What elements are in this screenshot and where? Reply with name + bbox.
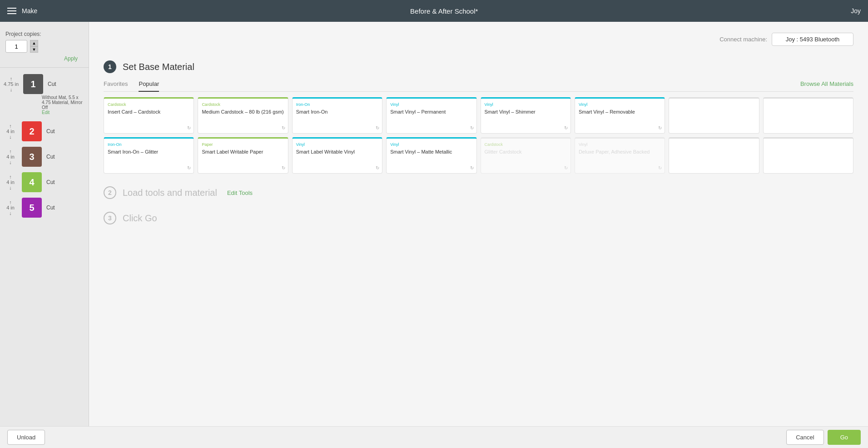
card-name-10: Smart Label Writable Paper [202,149,284,155]
mat-num-2: 2 [29,126,34,137]
mat-label-3: Cut [46,154,55,160]
unload-button[interactable]: Unload [7,430,45,445]
copies-input[interactable] [5,40,27,53]
material-card-2[interactable]: Cardstock Medium Cardstock – 80 lb (216 … [198,97,288,134]
refresh-icon-3: ↻ [376,125,379,130]
refresh-icon-10: ↻ [282,165,285,170]
mat-size-5: 4 in [6,205,15,210]
mat-num-4: 4 [29,177,34,188]
user-label: Joy [851,7,861,15]
card-category-5: Vinyl [485,102,567,107]
main-content: Connect machine: Joy : 5493 Bluetooth 1 … [89,22,868,426]
card-name-2: Medium Cardstock – 80 lb (216 gsm) [202,109,284,115]
material-grid-row1: Cardstock Insert Card – Cardstock ↻ Card… [104,97,853,134]
arrow-down-icon-1 [10,87,13,92]
material-card-7 [669,97,759,134]
card-category-3: Iron-On [296,102,378,107]
material-card-14[interactable]: Vinyl Deluxe Paper, Adhesive Backed ↻ [575,137,665,174]
go-button[interactable]: Go [828,430,861,445]
mat-num-3: 3 [29,152,34,162]
refresh-icon-5: ↻ [564,125,568,130]
mat-thumb-4: 4 [22,172,42,192]
mat-num-5: 5 [29,203,34,213]
mat-thumb-3: 3 [22,147,42,167]
apply-button[interactable]: Apply [11,55,78,62]
footer-right: Cancel Go [786,430,861,445]
material-card-1[interactable]: Cardstock Insert Card – Cardstock ↻ [104,97,194,134]
mat-dimensions-4: 4 in [4,174,17,190]
mat-label-5: Cut [46,204,55,211]
copies-decrement[interactable]: ▼ [30,46,38,53]
project-copies-section: Project copies: ▲ ▼ Apply [0,27,89,68]
step2-section: 2 Load tools and material Edit Tools [104,186,853,199]
mat-size-2: 4 in [6,129,15,134]
tab-popular[interactable]: Popular [139,80,159,92]
cancel-button[interactable]: Cancel [786,430,823,445]
card-name-11: Smart Label Writable Vinyl [296,149,378,155]
mat-desc-1: Without Mat, 5.5 x 4.75 Material, Mirror… [42,95,82,110]
card-category-12: Vinyl [390,142,472,147]
edit-tools-link[interactable]: Edit Tools [227,189,253,196]
mat-info-1: Cut [48,81,56,87]
connect-machine-label: Connect machine: [719,36,767,43]
card-category-11: Vinyl [296,142,378,147]
mat-item-2[interactable]: 4 in 2 Cut [0,119,89,144]
card-name-1: Insert Card – Cardstock [108,109,190,115]
tab-favorites[interactable]: Favorites [104,80,128,92]
mat-item-4[interactable]: 4 in 4 Cut [0,169,89,195]
step1-title: Set Base Material [123,62,194,72]
card-name-3: Smart Iron-On [296,109,378,115]
mat-item-3[interactable]: 4 in 3 Cut [0,144,89,169]
browse-all-link[interactable]: Browse All Materials [800,80,853,91]
arrow-up-icon-5 [9,199,12,205]
step3-section: 3 Click Go [104,212,853,224]
card-category-13: Cardstock [485,142,567,147]
app-header: Make Before & After School* Joy [0,0,868,22]
card-name-4: Smart Vinyl – Permanent [390,109,472,115]
material-card-12[interactable]: Vinyl Smart Vinyl – Matte Metallic ↻ [386,137,476,174]
menu-icon[interactable] [7,8,16,14]
step2-header: 2 Load tools and material Edit Tools [104,186,853,199]
mat-thumb-5: 5 [22,198,42,218]
mat-sub-1: Without Mat, 5.5 x 4.75 Material, Mirror… [38,94,89,119]
material-card-3[interactable]: Iron-On Smart Iron-On ↻ [292,97,382,134]
card-category-14: Vinyl [579,142,661,147]
card-category-2: Cardstock [202,102,284,107]
material-card-6[interactable]: Vinyl Smart Vinyl – Removable ↻ [575,97,665,134]
main-layout: Project copies: ▲ ▼ Apply 4.75 in 1 Cut [0,22,868,426]
mat-label-4: Cut [46,179,55,185]
mat-edit-1[interactable]: Edit [42,110,50,115]
mat-label-1: Cut [48,81,56,87]
material-card-13[interactable]: Cardstock Glitter Cardstock ↻ [481,137,571,174]
card-category-6: Vinyl [579,102,661,107]
arrow-down-icon-4 [9,185,12,190]
mat-thumb-2: 2 [22,121,42,141]
arrow-up-icon-1 [10,76,13,81]
mat-item-5[interactable]: 4 in 5 Cut [0,195,89,220]
material-card-11[interactable]: Vinyl Smart Label Writable Vinyl ↻ [292,137,382,174]
arrow-up-icon-2 [9,123,12,129]
material-card-16 [763,137,853,174]
step3-header: 3 Click Go [104,212,853,224]
arrow-down-icon-3 [9,159,12,165]
material-card-4[interactable]: Vinyl Smart Vinyl – Permanent ↻ [386,97,476,134]
card-name-13: Glitter Cardstock [485,149,567,155]
mat-dimensions-5: 4 in [4,199,17,216]
mat-info-4: Cut [46,179,55,185]
mat-label-2: Cut [46,128,55,134]
refresh-icon-6: ↻ [658,125,662,130]
machine-button[interactable]: Joy : 5493 Bluetooth [772,33,853,46]
mat-size-4: 4 in [6,179,15,185]
step2-title: Load tools and material [123,188,217,198]
material-card-10[interactable]: Paper Smart Label Writable Paper ↻ [198,137,288,174]
step1-number: 1 [104,60,116,73]
material-card-9[interactable]: Iron-On Smart Iron-On – Glitter ↻ [104,137,194,174]
material-card-15 [669,137,759,174]
material-card-5[interactable]: Vinyl Smart Vinyl – Shimmer ↻ [481,97,571,134]
page-title: Before & After School* [410,7,478,15]
mat-item-1[interactable]: 4.75 in 1 Cut [0,71,89,97]
mat-info-3: Cut [46,154,55,160]
mat-dimensions-3: 4 in [4,149,17,165]
copies-increment[interactable]: ▲ [30,40,38,46]
step1-header: 1 Set Base Material [104,60,853,73]
